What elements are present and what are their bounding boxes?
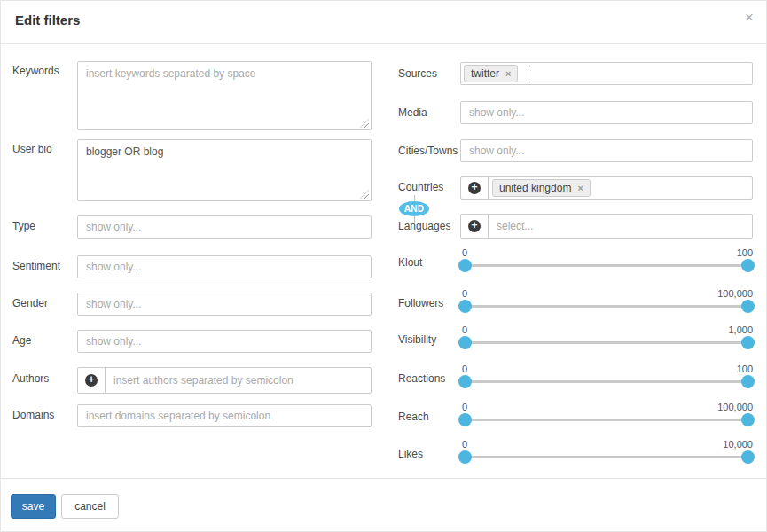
likes-slider-max-handle[interactable] [741, 450, 755, 464]
reach-slider-min-handle[interactable] [458, 413, 472, 426]
slider-max-value: 100,000 [717, 402, 753, 412]
user-bio-label: User bio [12, 143, 52, 155]
slider-min-value: 0 [462, 247, 467, 258]
likes-slider-track[interactable] [460, 456, 753, 458]
type-label: Type [12, 220, 35, 232]
plus-icon: + [85, 374, 98, 387]
plus-icon: + [468, 182, 481, 194]
authors-label: Authors [12, 372, 49, 385]
followers-slider-track[interactable] [460, 305, 753, 308]
followers-label: Followers [398, 297, 443, 309]
visibility-slider-min-handle[interactable] [458, 336, 472, 349]
add-language-button[interactable]: + [461, 215, 489, 238]
keywords-textarea[interactable] [78, 62, 371, 129]
slider-row-reactions: Reactions 0 100 [398, 364, 753, 397]
slider-row-reach: Reach 0 100,000 [398, 402, 753, 435]
reactions-slider-max-handle[interactable] [741, 375, 755, 388]
languages-input[interactable] [489, 215, 752, 238]
countries-field: + united kingdom × [460, 176, 753, 200]
country-tag: united kingdom × [492, 179, 591, 197]
slider-max-value: 100 [737, 247, 753, 258]
reactions-slider-min-handle[interactable] [458, 375, 472, 388]
add-country-button[interactable]: + [461, 177, 489, 199]
visibility-label: Visibility [398, 333, 436, 346]
slider-min-value: 0 [462, 364, 467, 374]
page-title: Edit filters [15, 12, 80, 27]
sentiment-input[interactable] [77, 255, 372, 278]
slider-max-value: 100 [737, 364, 753, 374]
media-input[interactable] [460, 101, 753, 124]
klout-slider-min-handle[interactable] [458, 259, 472, 272]
media-label: Media [398, 106, 427, 119]
reach-label: Reach [398, 411, 429, 423]
reach-slider-track[interactable] [460, 419, 753, 421]
domains-label: Domains [12, 409, 54, 421]
klout-slider-max-handle[interactable] [741, 259, 755, 272]
countries-label: Countries [398, 181, 443, 193]
remove-tag-icon[interactable]: × [505, 68, 511, 79]
text-caret [528, 66, 528, 82]
countries-tag-area[interactable]: united kingdom × [489, 177, 752, 199]
close-icon[interactable]: × [745, 10, 754, 25]
type-input[interactable] [77, 215, 372, 239]
visibility-slider-track[interactable] [460, 341, 753, 344]
klout-label: Klout [398, 256, 422, 269]
plus-icon: + [468, 220, 481, 232]
sources-label: Sources [398, 67, 437, 80]
user-bio-textarea[interactable]: blogger OR blog [78, 140, 371, 200]
languages-label: Languages [398, 220, 450, 232]
slider-max-value: 10,000 [723, 439, 753, 450]
user-bio-field: blogger OR blog [77, 139, 372, 201]
cities-towns-label: Cities/Towns [398, 145, 458, 157]
likes-slider-min-handle[interactable] [458, 450, 472, 464]
reactions-label: Reactions [398, 372, 445, 385]
reactions-slider-track[interactable] [460, 380, 753, 383]
klout-slider-track[interactable] [460, 264, 753, 267]
left-column: Keywords User bio blogger OR blog Type S… [12, 43, 372, 476]
likes-label: Likes [398, 448, 423, 460]
slider-max-value: 100,000 [717, 288, 753, 299]
slider-row-visibility: Visibility 0 1,000 [398, 325, 753, 358]
slider-min-value: 0 [462, 288, 467, 299]
source-tag: twitter × [464, 65, 518, 82]
followers-slider-min-handle[interactable] [458, 300, 472, 313]
slider-row-klout: Klout 0 100 [398, 247, 753, 281]
authors-field: + [77, 367, 372, 394]
slider-min-value: 0 [462, 402, 467, 412]
and-operator-badge[interactable]: AND [398, 198, 432, 221]
keywords-field [77, 61, 372, 130]
slider-min-value: 0 [462, 325, 467, 335]
slider-max-value: 1,000 [728, 325, 753, 335]
reach-slider-max-handle[interactable] [741, 413, 755, 426]
age-label: Age [12, 334, 31, 347]
remove-tag-icon[interactable]: × [577, 183, 583, 193]
footer-divider [1, 478, 766, 479]
cancel-button[interactable]: cancel [61, 494, 119, 519]
save-button[interactable]: save [11, 494, 56, 519]
slider-row-likes: Likes 0 10,000 [398, 439, 753, 473]
keywords-label: Keywords [12, 65, 59, 77]
age-input[interactable] [77, 330, 372, 353]
languages-field: + [460, 214, 753, 239]
sentiment-label: Sentiment [12, 260, 60, 272]
right-column: Sources twitter × Media Cities/Towns Cou… [398, 43, 753, 476]
followers-slider-max-handle[interactable] [741, 300, 755, 313]
gender-input[interactable] [77, 293, 372, 316]
add-author-button[interactable]: + [78, 368, 106, 393]
authors-input[interactable] [106, 368, 371, 393]
sources-input[interactable]: twitter × [460, 62, 753, 85]
gender-label: Gender [12, 297, 48, 309]
and-operator-label: AND [399, 201, 429, 216]
slider-row-followers: Followers 0 100,000 [398, 288, 753, 322]
visibility-slider-max-handle[interactable] [741, 336, 755, 349]
edit-filters-modal: Edit filters × Keywords User bio blogger… [0, 0, 767, 532]
domains-input[interactable] [77, 404, 372, 427]
cities-towns-input[interactable] [460, 139, 753, 162]
tag-label: twitter [471, 67, 499, 80]
tag-label: united kingdom [499, 182, 571, 194]
slider-min-value: 0 [462, 439, 467, 450]
